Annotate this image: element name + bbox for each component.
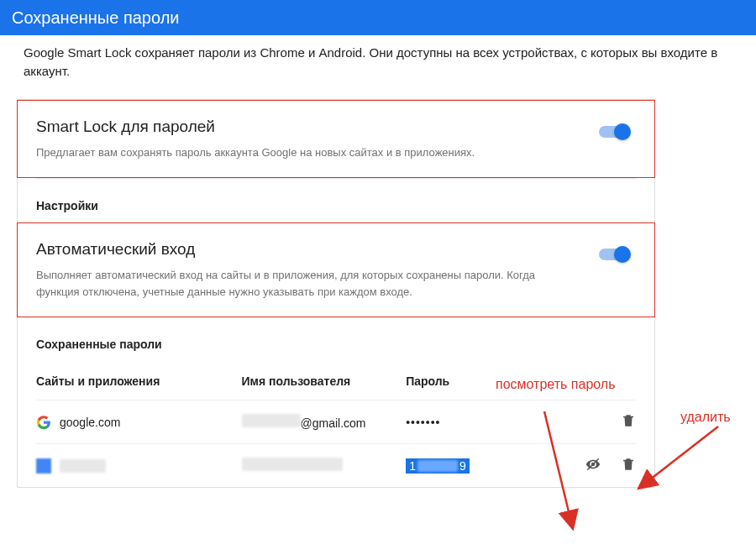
username-cell — [242, 458, 407, 474]
passwords-table: Сайты и приложения Имя пользователя Паро… — [18, 361, 654, 487]
col-header-user: Имя пользователя — [242, 374, 407, 388]
site-name: google.com — [60, 416, 120, 429]
table-header-row: Сайты и приложения Имя пользователя Паро… — [36, 361, 636, 400]
site-icon — [36, 458, 51, 474]
delete-button[interactable] — [621, 412, 636, 432]
saved-passwords-heading: Сохраненные пароли — [18, 317, 654, 361]
trash-icon — [621, 412, 636, 429]
site-name — [60, 459, 106, 473]
auto-login-title: Автоматический вход — [36, 240, 636, 259]
table-row[interactable]: google.com @gmail.com ••••••• — [36, 400, 636, 443]
auto-login-description: Выполняет автоматический вход на сайты и… — [36, 267, 574, 300]
trash-icon — [621, 456, 636, 473]
smart-lock-title: Smart Lock для паролей — [36, 118, 636, 136]
auto-login-toggle[interactable] — [597, 245, 633, 264]
settings-card: Smart Lock для паролей Предлагает вам со… — [17, 99, 655, 489]
username-cell: @gmail.com — [242, 414, 407, 430]
intro-description: Google Smart Lock сохраняет пароли из Ch… — [0, 35, 756, 99]
view-password-button[interactable] — [585, 456, 601, 475]
delete-button[interactable] — [621, 456, 636, 475]
page-header: Сохраненные пароли — [0, 0, 756, 35]
col-header-site: Сайты и приложения — [36, 374, 242, 388]
page-title: Сохраненные пароли — [12, 8, 180, 28]
col-header-pass: Пароль — [406, 374, 529, 388]
settings-heading: Настройки — [18, 179, 654, 222]
password-visible: 1 9 — [406, 458, 529, 474]
auto-login-section: Автоматический вход Выполняет автоматиче… — [17, 222, 655, 317]
google-icon — [36, 415, 51, 430]
password-masked: ••••••• — [406, 416, 529, 429]
smart-lock-description: Предлагает вам сохранять пароль аккаунта… — [36, 144, 574, 161]
smart-lock-section: Smart Lock для паролей Предлагает вам со… — [17, 100, 655, 179]
eye-off-icon — [585, 456, 601, 473]
annotation-delete-label: удалить — [680, 410, 731, 425]
table-row[interactable]: 1 9 — [36, 443, 636, 487]
smart-lock-toggle[interactable] — [597, 123, 633, 141]
